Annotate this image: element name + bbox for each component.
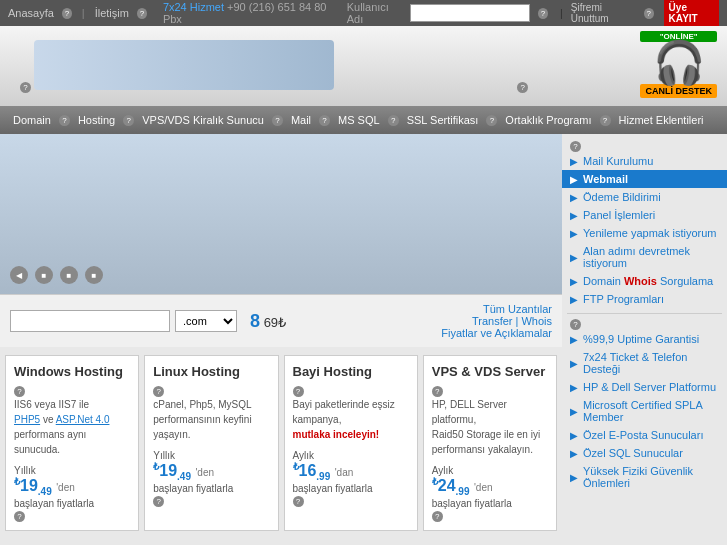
sidebar-whois[interactable]: ▶ Domain Whois Sorgulama <box>562 272 727 290</box>
nav-domain-help[interactable]: ? <box>59 115 70 126</box>
odeme-link[interactable]: Ödeme Bildirimi <box>583 191 661 203</box>
domain-ext-select[interactable]: .com .net .org .com.tr <box>175 310 237 332</box>
sidebar-hp-dell[interactable]: ▶ HP & Dell Server Platformu <box>562 378 727 396</box>
domain-search-input[interactable] <box>10 310 170 332</box>
slider-dot-2[interactable]: ■ <box>35 266 53 284</box>
sidebar-top-help-icon[interactable]: ? <box>570 141 581 152</box>
phone-label: 7x24 Hizmet +90 (216) 651 84 80 Pbx <box>163 1 331 25</box>
iletisim-help-icon[interactable]: ? <box>137 8 147 19</box>
arrow-icon-odeme: ▶ <box>570 192 578 203</box>
nav-hosting[interactable]: Hosting <box>70 106 123 134</box>
nav-ssl[interactable]: SSL Sertifikası <box>399 106 487 134</box>
nav-ssl-help[interactable]: ? <box>486 115 497 126</box>
arrow-icon-whois: ▶ <box>570 276 578 287</box>
sidebar-devret[interactable]: ▶ Alan adımı devretmek istiyorum <box>562 242 727 272</box>
sifre-help-icon[interactable]: ? <box>644 8 654 19</box>
nav-mssql[interactable]: MS SQL <box>330 106 388 134</box>
arrow-icon-guvenlik: ▶ <box>570 472 578 483</box>
sidebar-bottom-help-icon[interactable]: ? <box>570 319 581 330</box>
linux-price-row: Yıllık ₺19.49 'den başlayan fiyatlarla <box>153 450 269 494</box>
arrow-icon-hpdell: ▶ <box>570 382 578 393</box>
ticket-link[interactable]: 7x24 Ticket & Telefon Desteği <box>583 351 719 375</box>
sidebar-ozel-sql[interactable]: ▶ Özel SQL Sunucular <box>562 444 727 462</box>
linux-hosting-body: cPanel, Php5, MySQLperformansının keyfin… <box>153 397 269 442</box>
sidebar-ticket[interactable]: ▶ 7x24 Ticket & Telefon Desteği <box>562 348 727 378</box>
linux-card-help-icon-2[interactable]: ? <box>153 496 164 507</box>
sidebar-uptime[interactable]: ▶ %99,9 Uptime Garantisi <box>562 330 727 348</box>
bayi-desc-1: Bayi paketlerinde eşsizkampanya, <box>293 399 395 425</box>
canli-destek-label[interactable]: CANLİ DESTEK <box>640 84 717 98</box>
arrow-icon-yenileme: ▶ <box>570 228 578 239</box>
sidebar-guvenlik[interactable]: ▶ Yüksek Fiziki Güvenlik Önlemleri <box>562 462 727 492</box>
all-extensions-link[interactable]: Tüm Uzantılar <box>441 303 552 315</box>
header-help-icon-right[interactable]: ? <box>517 82 528 93</box>
nav-mail-help[interactable]: ? <box>319 115 330 126</box>
nav-ortaklik-help[interactable]: ? <box>600 115 611 126</box>
anasayfa-link[interactable]: Anasayfa <box>8 7 54 19</box>
slider-dot-4[interactable]: ■ <box>85 266 103 284</box>
nav-hosting-help[interactable]: ? <box>123 115 134 126</box>
sifre-link[interactable]: Şifremi Unuttum <box>571 2 636 24</box>
nav-domain[interactable]: Domain <box>5 106 59 134</box>
bayi-card-help-icon[interactable]: ? <box>293 386 304 397</box>
devret-link[interactable]: Alan adımı devretmek istiyorum <box>583 245 719 269</box>
prices-link[interactable]: Fiyatlar ve Açıklamalar <box>441 327 552 339</box>
sidebar-panel[interactable]: ▶ Panel İşlemleri <box>562 206 727 224</box>
mail-kurulumu-link[interactable]: Mail Kurulumu <box>583 155 653 167</box>
domain-price-suffix: 69₺ <box>264 315 286 330</box>
sidebar-odeme[interactable]: ▶ Ödeme Bildirimi <box>562 188 727 206</box>
bayi-price: ₺16.99 <box>293 462 335 479</box>
vps-card-help-icon[interactable]: ? <box>432 386 443 397</box>
ozel-sql-link[interactable]: Özel SQL Sunucular <box>583 447 683 459</box>
nav-mail[interactable]: Mail <box>283 106 319 134</box>
linux-card-help-icon[interactable]: ? <box>153 386 164 397</box>
username-input[interactable] <box>410 4 530 22</box>
windows-price-suffix: 'den <box>56 482 75 493</box>
sidebar-top-section: ? ▶ Mail Kurulumu ▶ Webmail ▶ Ödeme Bild… <box>562 139 727 308</box>
slider-dot-3[interactable]: ■ <box>60 266 78 284</box>
ftp-link[interactable]: FTP Programları <box>583 293 664 305</box>
nav-mssql-help[interactable]: ? <box>388 115 399 126</box>
transfer-whois-link[interactable]: Transfer | Whois <box>441 315 552 327</box>
login-help-icon[interactable]: ? <box>538 8 548 19</box>
iletisim-link[interactable]: İletişim <box>95 7 129 19</box>
aspnet-link[interactable]: ASP.Net 4.0 <box>56 414 110 425</box>
hpdell-link[interactable]: HP & Dell Server Platformu <box>583 381 716 393</box>
panel-link[interactable]: Panel İşlemleri <box>583 209 655 221</box>
sidebar-yenileme[interactable]: ▶ Yenileme yapmak istiyorum <box>562 224 727 242</box>
phone-link[interactable]: 7x24 Hizmet <box>163 1 224 13</box>
header-help-icon-left[interactable]: ? <box>20 82 31 93</box>
top-bar: Anasayfa ? | İletişim ? 7x24 Hizmet +90 … <box>0 0 727 26</box>
mscert-link[interactable]: Microsoft Certified SPLA Member <box>583 399 719 423</box>
yenileme-link[interactable]: Yenileme yapmak istiyorum <box>583 227 716 239</box>
windows-card-help-icon-2[interactable]: ? <box>14 511 25 522</box>
vps-hosting-body: HP, DELL Server platformu,Raid50 Storage… <box>432 397 548 457</box>
nav-vpsvds[interactable]: VPS/VDS Kiralık Sunucu <box>134 106 272 134</box>
sidebar-bottom-section: ? ▶ %99,9 Uptime Garantisi ▶ 7x24 Ticket… <box>562 317 727 492</box>
nav-hizmet[interactable]: Hizmet Eklentileri <box>611 106 712 134</box>
webmail-link[interactable]: Webmail <box>583 173 628 185</box>
arrow-icon-devret: ▶ <box>570 252 578 263</box>
nav-vpsvds-help[interactable]: ? <box>272 115 283 126</box>
bayi-card-help-icon-2[interactable]: ? <box>293 496 304 507</box>
sidebar-ms-cert[interactable]: ▶ Microsoft Certified SPLA Member <box>562 396 727 426</box>
windows-card-help-icon[interactable]: ? <box>14 386 25 397</box>
linux-price-suffix: 'den <box>195 467 214 478</box>
uptime-link[interactable]: %99,9 Uptime Garantisi <box>583 333 699 345</box>
main-layout: ◀ ■ ■ ■ .com .net .org .com.tr 8 69₺ Tüm… <box>0 134 727 539</box>
sidebar-ozel-email[interactable]: ▶ Özel E-Posta Sunucuları <box>562 426 727 444</box>
ozel-email-link[interactable]: Özel E-Posta Sunucuları <box>583 429 703 441</box>
bayi-price-label: başlayan fiyatlarla <box>293 483 409 494</box>
sidebar-mail-kurulumu[interactable]: ▶ Mail Kurulumu <box>562 152 727 170</box>
sidebar-ftp[interactable]: ▶ FTP Programları <box>562 290 727 308</box>
whois-link[interactable]: Domain Whois Sorgulama <box>583 275 713 287</box>
guvenlik-link[interactable]: Yüksek Fiziki Güvenlik Önlemleri <box>583 465 719 489</box>
php5-link[interactable]: PHP5 <box>14 414 40 425</box>
anasayfa-help-icon[interactable]: ? <box>62 8 72 19</box>
vps-card-help-icon-2[interactable]: ? <box>432 511 443 522</box>
slider-dot-1[interactable]: ◀ <box>10 266 28 284</box>
linux-price-label: başlayan fiyatlarla <box>153 483 269 494</box>
nav-ortaklik[interactable]: Ortaklık Programı <box>497 106 599 134</box>
kayit-button[interactable]: Üye KAYIT <box>664 0 719 26</box>
sidebar-webmail[interactable]: ▶ Webmail <box>562 170 727 188</box>
